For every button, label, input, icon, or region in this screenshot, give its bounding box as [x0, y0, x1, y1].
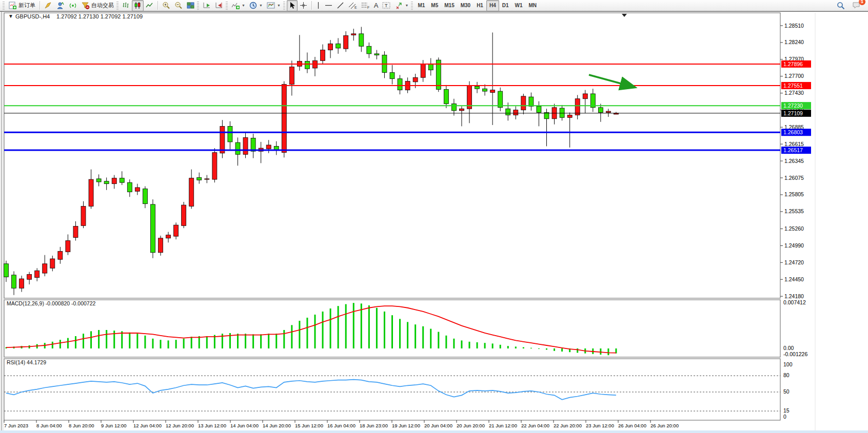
signal-button[interactable] — [67, 0, 79, 11]
time-axis-label: 26 Jun 20:00 — [650, 423, 679, 428]
metaeditor-button[interactable] — [42, 0, 54, 11]
candle-bearish — [127, 182, 132, 192]
candle-bearish — [374, 54, 379, 55]
periods-button[interactable]: ▼ — [247, 0, 265, 11]
candle-bullish — [19, 279, 24, 288]
toolbar-drag-handle[interactable] — [283, 2, 285, 10]
line-chart-button[interactable] — [144, 0, 155, 11]
time-axis-label: 12 Jun 20:00 — [166, 423, 194, 428]
macd-histogram-bar — [523, 347, 524, 348]
indicators-button[interactable]: ▼ — [229, 0, 247, 11]
macd-histogram-bar — [90, 331, 92, 348]
zoom-in-button[interactable] — [160, 0, 172, 11]
time-axis-label: 23 Jun 12:00 — [586, 423, 614, 428]
text-tool-letter: A — [374, 2, 379, 9]
candle-bullish — [266, 145, 271, 149]
chart-title-symbol: GBPUSD-,H4 — [15, 13, 50, 19]
vertical-line-tool-button[interactable] — [314, 0, 323, 11]
chart-plot-area[interactable] — [4, 13, 780, 298]
arrows-tool-button[interactable]: ▼ — [393, 0, 410, 11]
candle-bearish — [390, 72, 394, 78]
rsi-axis-label: 0 — [783, 414, 786, 420]
timeframe-m5-button[interactable]: M5 — [428, 0, 441, 11]
autotrading-button[interactable]: 自动交易 — [79, 0, 116, 11]
price-badge-label: 1.27896 — [783, 61, 803, 67]
macd-histogram-bar — [500, 345, 501, 348]
macd-histogram-bar — [98, 330, 100, 348]
candle-bullish — [220, 126, 225, 153]
candle-bullish — [58, 251, 63, 259]
cursor-tool-button[interactable] — [287, 0, 298, 11]
text-label-icon: T — [382, 2, 391, 9]
notification-badge: 1 — [859, 0, 865, 5]
candle-bullish — [66, 241, 70, 252]
macd-histogram-bar — [461, 340, 462, 348]
macd-histogram-bar — [175, 340, 177, 348]
candle-bullish — [27, 275, 32, 280]
timeframe-m30-button[interactable]: M30 — [458, 0, 474, 11]
macd-histogram-bar — [152, 339, 153, 348]
candle-bullish — [282, 85, 286, 153]
time-axis-label: 8 Jun 04:00 — [36, 423, 62, 428]
macd-histogram-bar — [168, 340, 169, 348]
zoom-out-button[interactable] — [172, 0, 185, 11]
window-bottom-edge — [0, 430, 868, 433]
toolbar: 新订单 自动交易 — [0, 0, 868, 11]
templates-button[interactable]: ▼ — [265, 0, 283, 11]
toolbar-separator — [157, 1, 158, 10]
channel-tool-button[interactable]: E — [346, 0, 359, 11]
macd-histogram-bar — [477, 342, 478, 348]
text-tool-button[interactable]: A — [372, 0, 381, 11]
macd-histogram-bar — [338, 306, 339, 348]
time-axis-label: 20 Jun 20:00 — [457, 423, 485, 428]
search-icon — [837, 2, 845, 10]
trendline-tool-button[interactable] — [334, 0, 346, 11]
candle-bearish — [506, 109, 510, 115]
macd-histogram-bar — [384, 312, 385, 348]
chart-shift-button[interactable] — [213, 0, 225, 11]
timeframe-h1-button[interactable]: H1 — [474, 0, 486, 11]
macd-histogram-bar — [492, 343, 494, 348]
price-axis-label: 1.25535 — [784, 208, 804, 214]
candle-bearish — [451, 104, 456, 110]
rsi-axis-label: 15 — [783, 407, 790, 414]
zoom-out-icon — [174, 2, 183, 9]
toolbar-drag-handle[interactable] — [411, 2, 413, 10]
toolbar-drag-handle[interactable] — [3, 2, 5, 10]
text-label-tool-button[interactable]: T — [380, 0, 393, 11]
bar-chart-button[interactable] — [120, 0, 132, 11]
candle-bullish — [50, 259, 55, 268]
profile-button[interactable] — [54, 0, 67, 11]
search-button[interactable] — [835, 0, 847, 11]
time-axis-label: 19 Jun 12:00 — [392, 423, 420, 428]
timeframe-d1-button[interactable]: D1 — [499, 0, 512, 11]
timeframe-m15-button[interactable]: M15 — [441, 0, 457, 11]
timeframe-w1-button[interactable]: W1 — [512, 0, 526, 11]
toolbar-drag-handle[interactable] — [226, 2, 228, 10]
price-axis-label: 1.25260 — [784, 225, 804, 232]
toolbar-drag-handle[interactable] — [116, 2, 119, 10]
timeframe-mn-button[interactable]: MN — [526, 0, 540, 11]
new-order-button[interactable]: 新订单 — [6, 0, 37, 11]
candlestick-icon — [134, 2, 142, 9]
horizontal-line-tool-button[interactable] — [323, 0, 334, 11]
notifications-button[interactable]: 1 — [850, 0, 863, 11]
new-order-icon — [8, 2, 17, 9]
auto-scroll-button[interactable] — [201, 0, 213, 11]
crosshair-tool-button[interactable] — [298, 0, 309, 11]
macd-histogram-bar — [445, 336, 447, 348]
channel-icon: E — [348, 2, 357, 9]
macd-axis-label: -0.001226 — [783, 351, 807, 357]
price-axis-label: 1.24720 — [784, 259, 804, 265]
price-axis-label: 1.24180 — [784, 293, 804, 299]
fibonacci-tool-button[interactable]: F — [359, 0, 372, 11]
toolbar-drag-handle[interactable] — [197, 2, 199, 10]
tile-windows-button[interactable] — [185, 0, 196, 11]
timeframe-h4-button[interactable]: H4 — [486, 0, 499, 11]
price-axis-label: 1.27700 — [784, 73, 804, 79]
candlestick-chart-button[interactable] — [132, 0, 144, 11]
timeframe-m1-button[interactable]: M1 — [415, 0, 428, 11]
macd-histogram-bar — [484, 343, 486, 348]
candle-bearish — [398, 79, 402, 90]
window-left-margin — [0, 11, 4, 433]
